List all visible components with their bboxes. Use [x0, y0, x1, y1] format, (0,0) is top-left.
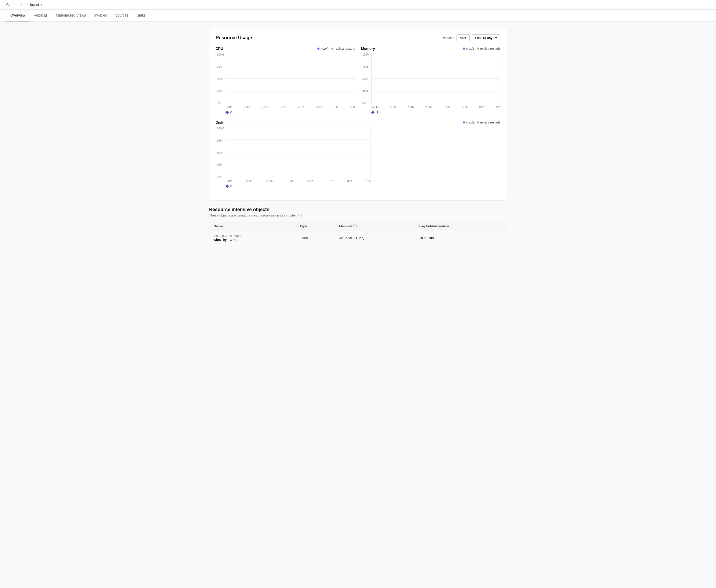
- section-subtitle: These objects are using the most resourc…: [209, 213, 507, 217]
- max-dot: [318, 47, 320, 49]
- disk-replica-label: r1: [230, 185, 233, 188]
- table-body: materialize.example wins_by_item Index 4…: [209, 231, 507, 245]
- disk-legend-restarts: replica restarts: [477, 121, 500, 124]
- memory-chart-section: Memory max() replica restarts: [361, 46, 500, 114]
- cpu-chart-title: CPU: [216, 46, 223, 50]
- th-name: Name: [209, 222, 295, 231]
- restarts-dot: [331, 47, 333, 49]
- main-content: Resource Usage Replicas All ▾ Last 14 da…: [203, 22, 513, 251]
- breadcrumb-separator: /: [21, 3, 22, 7]
- disk-chart-header: Disk max() replica restarts: [216, 120, 500, 125]
- card-title: Resource Usage: [216, 35, 252, 41]
- top-bar: Clusters / quickstart ▾: [0, 0, 716, 9]
- memory-legend-restarts: replica restarts: [477, 47, 500, 50]
- charts-grid: CPU max() replica restarts: [216, 46, 500, 194]
- cpu-chart-footer: r1: [226, 110, 355, 114]
- memory-chart-title: Memory: [361, 46, 375, 50]
- cpu-legend-max: max(): [318, 47, 329, 50]
- tab-replicas[interactable]: Replicas: [29, 9, 52, 21]
- cpu-chart-wrapper: 100% 75% 50% 25% 0% 338h: [226, 53, 355, 114]
- th-memory: Memory i: [335, 222, 415, 231]
- cpu-y-labels: 100% 75% 50% 25% 0%: [217, 53, 224, 104]
- memory-chart-legend: max() replica restarts: [463, 47, 500, 50]
- all-dropdown[interactable]: All ▾: [456, 34, 470, 41]
- th-lag: Lag behind source: [415, 222, 507, 231]
- disk-chart-area: 100% 75% 50% 25% 0%: [226, 127, 371, 178]
- cell-lag: 1s behind: [415, 231, 507, 245]
- disk-legend-max: max(): [463, 121, 474, 124]
- max-dot: [463, 47, 465, 49]
- cell-memory: 42.36 MB (1.1%): [335, 231, 415, 245]
- tab-sources[interactable]: Sources: [111, 9, 132, 21]
- info-icon[interactable]: i: [298, 214, 302, 217]
- memory-y-labels: 100% 75% 50% 25% 0%: [362, 53, 370, 104]
- breadcrumb-current: quickstart: [23, 3, 39, 7]
- cpu-chart-area: 100% 75% 50% 25% 0%: [226, 53, 355, 104]
- disk-chart-footer: r1: [226, 185, 500, 188]
- resource-intensive-section: Resource intensive objects These objects…: [209, 207, 507, 245]
- r1-diamond-icon: [225, 110, 229, 114]
- memory-chart-svg: [372, 53, 500, 104]
- card-controls: Replicas All ▾ Last 14 days ▾: [442, 34, 500, 41]
- memory-x-labels: 338h 296h 254h 211h 169h 127h 84h 42h: [371, 105, 500, 108]
- memory-chart-header: Memory max() replica restarts: [361, 46, 500, 50]
- cpu-legend-restarts: replica restarts: [331, 47, 355, 50]
- chevron-down-icon: ▾: [465, 36, 466, 40]
- replicas-label: Replicas: [442, 36, 454, 40]
- table-header: Name Type Memory i Lag behind source: [209, 222, 507, 231]
- disk-chart-wrapper: 100% 75% 50% 25% 0% 338h 296h: [226, 127, 500, 188]
- memory-chart-footer: r1: [371, 110, 500, 114]
- disk-chart-svg: [226, 127, 371, 178]
- disk-y-labels: 100% 75% 50% 25% 0%: [217, 127, 224, 178]
- chevron-down-icon[interactable]: ▾: [41, 3, 42, 6]
- resource-table: Name Type Memory i Lag behind source mat…: [209, 222, 507, 245]
- disk-x-labels: 338h 296h 254h 211h 169h 127h 84h 42h: [226, 179, 371, 182]
- th-type: Type: [295, 222, 335, 231]
- max-dot: [463, 121, 465, 124]
- cell-name: materialize.example wins_by_item: [209, 231, 295, 245]
- table-row: materialize.example wins_by_item Index 4…: [209, 231, 507, 245]
- memory-legend-max: max(): [463, 47, 474, 50]
- r1-diamond-icon: [371, 110, 374, 114]
- memory-chart-area: 100% 75% 50% 25% 0%: [371, 53, 500, 104]
- tab-overview[interactable]: Overview: [6, 9, 29, 21]
- cpu-x-labels: 338h 296h 254h 211h 169h 127h 84h 42h: [226, 105, 355, 108]
- tab-materialized-views[interactable]: Materialized Views: [52, 9, 90, 21]
- breadcrumb-clusters[interactable]: Clusters: [6, 3, 19, 7]
- disk-chart-legend: max() replica restarts: [463, 121, 500, 124]
- restarts-dot: [477, 121, 479, 124]
- cpu-replica-label: r1: [230, 110, 233, 114]
- card-header: Resource Usage Replicas All ▾ Last 14 da…: [216, 34, 500, 41]
- cpu-chart-svg: [226, 53, 355, 104]
- tab-sinks[interactable]: Sinks: [132, 9, 150, 21]
- memory-info-icon[interactable]: i: [353, 225, 357, 228]
- chevron-down-icon: ▾: [495, 36, 497, 40]
- r1-diamond-icon: [225, 185, 229, 188]
- tab-indexes[interactable]: Indexes: [90, 9, 111, 21]
- memory-chart-wrapper: 100% 75% 50% 25% 0% 338h 296h: [371, 53, 500, 114]
- memory-replica-label: r1: [375, 110, 379, 114]
- cell-type: Index: [295, 231, 335, 245]
- tab-navigation: Overview Replicas Materialized Views Ind…: [0, 9, 716, 22]
- disk-chart-title: Disk: [216, 120, 223, 125]
- timerange-dropdown[interactable]: Last 14 days ▾: [472, 34, 500, 41]
- restarts-dot: [477, 47, 479, 49]
- cpu-chart-header: CPU max() replica restarts: [216, 46, 355, 50]
- cpu-chart-section: CPU max() replica restarts: [216, 46, 355, 114]
- section-title: Resource intensive objects: [209, 207, 507, 212]
- disk-chart-section: Disk max() replica restarts: [216, 120, 500, 188]
- cpu-chart-legend: max() replica restarts: [318, 47, 355, 50]
- resource-usage-card: Resource Usage Replicas All ▾ Last 14 da…: [209, 28, 507, 201]
